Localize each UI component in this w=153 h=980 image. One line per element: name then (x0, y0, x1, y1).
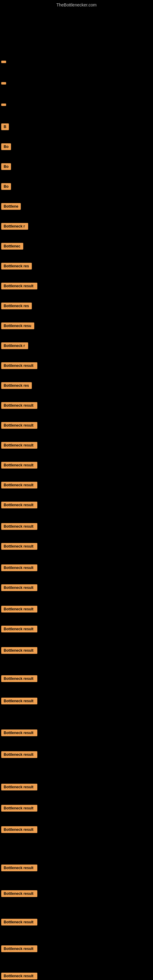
bottleneck-result-badge[interactable]: Bottleneck res (1, 263, 32, 269)
bottleneck-result-badge[interactable]: Bottleneck result (1, 543, 37, 550)
bottleneck-result-badge[interactable]: Bottleneck result (1, 698, 37, 705)
bottleneck-result-badge[interactable]: Bottleneck result (1, 283, 37, 290)
list-item (1, 60, 6, 63)
list-item: Bottleneck result (1, 751, 37, 758)
bottleneck-result-badge[interactable]: Bottleneck res (1, 302, 32, 309)
bottleneck-result-badge[interactable]: Bottleneck result (1, 565, 37, 571)
list-item: Bottleneck result (1, 362, 37, 369)
bottleneck-result-badge[interactable]: Bottleneck resu (1, 323, 34, 329)
list-item: Bottleneck result (1, 626, 37, 632)
list-item: Bottleneck result (1, 543, 37, 550)
list-item: Bottleneck result (1, 647, 37, 654)
list-item: Bottleneck result (1, 584, 37, 591)
list-item: Bottleneck res (1, 263, 32, 269)
list-item (1, 82, 6, 84)
site-title: TheBottlenecker.com (0, 0, 153, 9)
bottleneck-result-badge[interactable]: Bottleneck result (1, 945, 37, 952)
bottleneck-result-badge[interactable] (1, 103, 6, 106)
bottleneck-result-badge[interactable]: Bottleneck result (1, 422, 37, 429)
bottleneck-result-badge[interactable]: Bottleneck result (1, 890, 37, 897)
bottleneck-result-badge[interactable]: Bottleneck result (1, 805, 37, 811)
list-item: Bottleneck resu (1, 323, 34, 329)
list-item: Bottlenec (1, 243, 23, 250)
list-item: Bottleneck result (1, 973, 37, 979)
list-item: Bottleneck result (1, 784, 37, 791)
bottleneck-result-badge[interactable]: Bo (1, 183, 11, 190)
list-item: B (1, 123, 9, 130)
list-item: Bottleneck r (1, 342, 28, 349)
list-item: Bottleneck result (1, 919, 37, 926)
bottleneck-result-badge[interactable]: B (1, 123, 9, 130)
list-item: Bottleneck result (1, 422, 37, 429)
bottleneck-result-badge[interactable]: Bo (1, 163, 11, 170)
bottleneck-result-badge[interactable]: Bottleneck result (1, 402, 37, 409)
list-item: Bottleneck res (1, 302, 32, 309)
list-item: Bottleneck result (1, 442, 37, 449)
bottleneck-result-badge[interactable]: Bottleneck result (1, 826, 37, 833)
bottleneck-result-badge[interactable]: Bottleneck r (1, 342, 28, 349)
list-item: Bottleneck result (1, 826, 37, 833)
bottleneck-result-badge[interactable]: Bottleneck result (1, 865, 37, 871)
list-item: Bottleneck r (1, 223, 28, 230)
list-item: Bottleneck result (1, 865, 37, 871)
list-item (1, 103, 6, 106)
list-item: Bottleneck result (1, 283, 37, 290)
bottleneck-result-badge[interactable]: Bottleneck result (1, 584, 37, 591)
list-item: Bottleneck result (1, 502, 37, 508)
bottleneck-result-badge[interactable]: Bottleneck result (1, 751, 37, 758)
list-item: Bottleneck result (1, 945, 37, 952)
bottleneck-result-badge[interactable]: Bottlenec (1, 243, 23, 250)
bottleneck-result-badge[interactable]: Bottleneck result (1, 362, 37, 369)
bottleneck-result-badge[interactable]: Bottleneck result (1, 523, 37, 530)
list-item: Bo (1, 183, 11, 190)
list-item: Bottleneck result (1, 730, 37, 736)
bottleneck-result-badge[interactable]: Bottleneck result (1, 973, 37, 979)
list-item: Bottleneck result (1, 565, 37, 571)
badges-container: BBoBoBoBottleneBottleneck rBottlenecBott… (0, 9, 153, 980)
bottleneck-result-badge[interactable] (1, 60, 6, 63)
list-item: Bottleneck result (1, 462, 37, 469)
list-item: Bottleneck result (1, 698, 37, 705)
list-item: Bottlene (1, 203, 21, 210)
list-item: Bottleneck result (1, 606, 37, 612)
bottleneck-result-badge[interactable]: Bottleneck res (1, 382, 32, 389)
bottleneck-result-badge[interactable]: Bottleneck result (1, 784, 37, 791)
bottleneck-result-badge[interactable]: Bottleneck result (1, 626, 37, 632)
bottleneck-result-badge[interactable]: Bottleneck result (1, 606, 37, 612)
bottleneck-result-badge[interactable]: Bottleneck result (1, 482, 37, 488)
list-item: Bottleneck result (1, 402, 37, 409)
bottleneck-result-badge[interactable]: Bottleneck result (1, 730, 37, 736)
bottleneck-result-badge[interactable]: Bottlene (1, 203, 21, 210)
list-item: Bottleneck res (1, 382, 32, 389)
bottleneck-result-badge[interactable]: Bottleneck result (1, 647, 37, 654)
bottleneck-result-badge[interactable]: Bottleneck result (1, 675, 37, 682)
list-item: Bottleneck result (1, 675, 37, 682)
bottleneck-result-badge[interactable] (1, 82, 6, 84)
bottleneck-result-badge[interactable]: Bottleneck r (1, 223, 28, 230)
list-item: Bo (1, 163, 11, 170)
list-item: Bottleneck result (1, 805, 37, 811)
bottleneck-result-badge[interactable]: Bottleneck result (1, 442, 37, 449)
bottleneck-result-badge[interactable]: Bo (1, 143, 11, 150)
list-item: Bottleneck result (1, 523, 37, 530)
list-item: Bo (1, 143, 11, 150)
bottleneck-result-badge[interactable]: Bottleneck result (1, 462, 37, 469)
bottleneck-result-badge[interactable]: Bottleneck result (1, 502, 37, 508)
list-item: Bottleneck result (1, 482, 37, 488)
bottleneck-result-badge[interactable]: Bottleneck result (1, 919, 37, 926)
list-item: Bottleneck result (1, 890, 37, 897)
